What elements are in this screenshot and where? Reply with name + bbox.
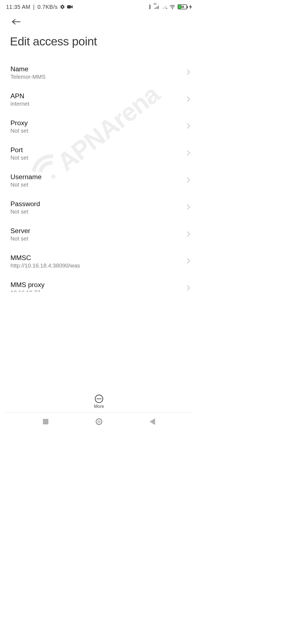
apn-label: Proxy [10, 119, 28, 127]
status-left: 11:35 AM | 0.7KB/s [6, 4, 73, 10]
network-badge: 4G [153, 2, 157, 5]
chevron-right-icon [186, 177, 190, 184]
apn-row-mmsc[interactable]: MMSC http://10.16.18.4:38090/was [0, 248, 198, 275]
nav-back-button[interactable] [150, 418, 155, 425]
bottom-divider [4, 413, 194, 413]
chevron-right-icon [186, 258, 190, 265]
apn-row-username[interactable]: Username Not set [0, 167, 198, 194]
chevron-right-icon [186, 204, 190, 211]
chevron-right-icon [186, 69, 190, 76]
chevron-right-icon [186, 96, 190, 103]
settings-list: Name Telemor-MMS APN internet Proxy Not … [0, 59, 198, 292]
apn-label: Password [10, 200, 40, 208]
camera-icon [67, 5, 73, 9]
chevron-right-icon [186, 123, 190, 130]
apn-row-password[interactable]: Password Not set [0, 194, 198, 221]
more-label: More [94, 404, 104, 409]
chevron-right-icon [186, 285, 190, 292]
signal-nosim-icon [162, 5, 167, 9]
apn-label: Server [10, 227, 30, 235]
bluetooth-icon [148, 4, 152, 10]
apn-value: http://10.16.18.4:38090/was [10, 262, 80, 269]
apn-value: internet [10, 100, 29, 107]
status-data-rate: 0.7KB/s [37, 4, 58, 10]
apn-label: Port [10, 146, 28, 154]
status-right: 4G 38 [148, 4, 192, 10]
apn-label: APN [10, 92, 29, 100]
apn-value: Not set [10, 235, 30, 242]
apn-value: Not set [10, 127, 28, 134]
chevron-right-icon [186, 150, 190, 157]
nav-home-button[interactable] [96, 418, 102, 425]
apn-label: MMS proxy [10, 281, 45, 289]
page-title: Edit access point [10, 35, 191, 48]
wifi-icon [169, 4, 175, 9]
status-time: 11:35 AM [6, 4, 31, 10]
apn-value: Not set [10, 154, 28, 161]
battery-icon: 38 [178, 4, 187, 9]
apn-row-apn[interactable]: APN internet [0, 86, 198, 113]
status-separator: | [33, 4, 35, 10]
svg-point-1 [172, 9, 173, 9]
header: Edit access point [0, 11, 198, 48]
signal-4g-icon: 4G [154, 5, 160, 9]
chevron-right-icon [186, 231, 190, 238]
system-navbar [0, 414, 198, 429]
battery-percent: 38 [178, 5, 186, 9]
apn-label: Name [10, 65, 46, 73]
apn-row-proxy[interactable]: Proxy Not set [0, 113, 198, 140]
more-icon[interactable] [95, 395, 103, 403]
apn-value: Not set [10, 208, 40, 215]
charging-icon [189, 4, 192, 9]
apn-row-port[interactable]: Port Not set [0, 140, 198, 167]
more-action[interactable]: More [0, 395, 198, 409]
apn-value: Not set [10, 181, 42, 188]
apn-value: 10.16.18.77 [10, 289, 45, 292]
gear-icon [60, 4, 65, 9]
svg-rect-0 [67, 5, 71, 9]
apn-label: MMSC [10, 254, 80, 262]
nav-recents-button[interactable] [43, 419, 48, 424]
back-button[interactable] [10, 16, 22, 28]
apn-row-server[interactable]: Server Not set [0, 221, 198, 248]
status-bar: 11:35 AM | 0.7KB/s 4G 38 [0, 0, 198, 11]
apn-value: Telemor-MMS [10, 73, 46, 80]
apn-label: Username [10, 173, 42, 181]
apn-row-mms-proxy[interactable]: MMS proxy 10.16.18.77 [0, 275, 198, 292]
apn-row-name[interactable]: Name Telemor-MMS [0, 59, 198, 86]
